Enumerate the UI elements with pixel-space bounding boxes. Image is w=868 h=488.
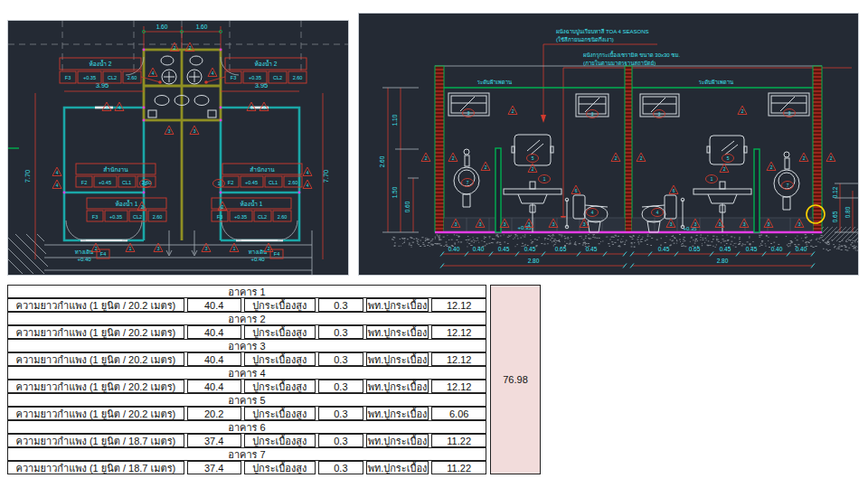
table-cell: 12.12	[431, 298, 486, 312]
table-cell: ปูกระเบื้องสูง	[244, 461, 316, 474]
callout-number: 4	[106, 106, 108, 110]
floor-plan-panel: 1.60 1.60 3.95 3.95 7.70 7.70 ห้องน้ำ 2 …	[7, 20, 349, 276]
table-cell: ความยาวกำแพง (1 ยูนิต / 18.7 เมตร)	[7, 461, 184, 474]
table-cell: พท.ปูกระเบื้อง	[366, 298, 429, 312]
table-cell: พท.ปูกระเบื้อง	[366, 407, 429, 420]
svg-text:สำนักงาน: สำนักงาน	[250, 166, 275, 173]
table-cell: ความยาวกำแพง (1 ยูนิต / 20.2 เมตร)	[7, 407, 184, 420]
table-cell: 0.3	[318, 380, 363, 393]
callout-number: 2	[452, 156, 455, 161]
table-row: ความยาวกำแพง (1 ยูนิต / 20.2 เมตร)40.4ปู…	[7, 325, 486, 337]
table-row: ความยาวกำแพง (1 ยูนิต / 20.2 เมตร)40.4ปู…	[7, 380, 486, 391]
callout-number: 2	[222, 205, 224, 210]
callout-number: 3	[205, 247, 208, 251]
svg-text:+0.35: +0.35	[83, 75, 96, 80]
callout-number: 3	[583, 222, 586, 227]
ramp-hatch	[8, 234, 48, 274]
room-label-bath1-left: ห้องน้ำ 1 F3 +0.35 CL2 2.60	[87, 198, 166, 221]
left-vertical-dims: 1.10 2.60 1.50 0.60	[379, 88, 419, 232]
callout-number: 4	[656, 211, 659, 215]
callout-number: 4	[212, 71, 214, 76]
svg-text:F2: F2	[228, 180, 233, 185]
svg-text:+0.35: +0.35	[249, 75, 261, 80]
callout-number: 3	[528, 222, 531, 227]
svg-text:2.60: 2.60	[153, 214, 163, 220]
svg-text:2.60: 2.60	[288, 180, 298, 185]
svg-text:0.45: 0.45	[498, 246, 510, 252]
callout-number: 3	[455, 222, 458, 227]
table-cell: พท.ปูกระเบื้อง	[366, 461, 429, 474]
callout-number: 3	[768, 222, 770, 227]
table-cell: 11.22	[431, 434, 486, 447]
svg-text:CL1: CL1	[122, 180, 131, 185]
partition-left	[495, 148, 501, 232]
svg-text:0.40: 0.40	[448, 246, 460, 252]
table-row: ความยาวกำแพง (1 ยูนิต / 20.2 เมตร)40.4ปู…	[7, 298, 486, 310]
elevation-drawing: ผนังฉาบปูนเรียบทาสี TOA 4 SEASONS (ใช้สี…	[359, 14, 858, 275]
ground-speckle	[392, 234, 858, 251]
dim-160-right: 1.60	[196, 23, 208, 30]
callout-number: 3	[193, 129, 196, 134]
callout-number: 3	[552, 222, 555, 227]
svg-text:0.45: 0.45	[658, 246, 670, 252]
svg-text:0.45: 0.45	[524, 246, 536, 252]
callout-number: 2	[741, 109, 744, 114]
callout-number: 3	[658, 112, 661, 117]
callout-number: 3	[591, 112, 594, 117]
svg-text:0.65: 0.65	[555, 246, 567, 252]
elevation-panel: ผนังฉาบปูนเรียบทาสี TOA 4 SEASONS (ใช้สี…	[358, 13, 859, 276]
dim-395-right: 3.95	[255, 81, 269, 89]
plan-walls	[63, 49, 301, 240]
callout-number: 5	[727, 156, 730, 161]
column-left	[435, 66, 444, 232]
callout-number: 2	[141, 205, 144, 210]
svg-text:+0.40: +0.40	[77, 257, 91, 262]
callout-number: 1	[145, 182, 147, 186]
svg-text:0.80: 0.80	[844, 206, 851, 218]
svg-text:0.45: 0.45	[720, 246, 731, 252]
svg-text:2.60: 2.60	[379, 155, 385, 167]
callout-number: 2	[425, 156, 428, 161]
walkway-labels: ทางเดิน +0.40 F4 ทางเดิน +0.40 F4	[75, 249, 283, 262]
svg-text:F3: F3	[217, 214, 222, 220]
table-cell: 12.12	[431, 380, 486, 393]
callout-number: 3	[168, 129, 171, 134]
room-label-office-right: สำนักงาน F2 +0.45 CL1 2.60	[222, 164, 302, 187]
callout-number: 1	[233, 247, 236, 251]
table-cell: 0.3	[318, 298, 363, 312]
callout-number: 3	[504, 222, 506, 227]
callout-number: 4	[250, 106, 253, 110]
callout-number: 4	[307, 183, 309, 188]
svg-text:+0.45: +0.45	[99, 180, 111, 185]
svg-text:ทางเดิน: ทางเดิน	[75, 249, 93, 255]
callout-number: 4	[263, 106, 266, 110]
dim-770-left: 7.70	[24, 170, 32, 183]
table-row: ความยาวกำแพง (1 ยูนิต / 18.7 เมตร)37.4ปู…	[7, 461, 486, 473]
total-area-cell: 76.98	[490, 285, 541, 474]
callout-number: 3	[467, 111, 470, 116]
svg-text:CL2: CL2	[258, 214, 267, 220]
table-cell: 0.3	[318, 352, 363, 366]
table-row: ความยาวกำแพง (1 ยูนิต / 20.2 เมตร)20.2ปู…	[7, 407, 486, 418]
urinal-left	[454, 149, 479, 207]
callout-number: 4	[591, 211, 594, 215]
svg-text:F3: F3	[65, 75, 71, 80]
table-cell: 0.3	[318, 461, 363, 474]
callout-number: 2	[532, 167, 534, 172]
floor-plan-drawing: 1.60 1.60 3.95 3.95 7.70 7.70 ห้องน้ำ 2 …	[8, 21, 348, 275]
table-cell: 0.3	[318, 325, 363, 339]
note2-line1: ผนังกรุกระเบื้องเซรามิค ขนาด 30x30 ซม.	[583, 50, 680, 59]
table-row: ความยาวกำแพง (1 ยูนิต / 18.7 เมตร)37.4ปู…	[7, 434, 486, 446]
table-cell: 12.12	[431, 325, 486, 339]
svg-text:F4: F4	[274, 251, 279, 257]
svg-text:2.60: 2.60	[278, 214, 288, 220]
callout-number: 6	[673, 189, 675, 193]
callout-number: 4	[307, 171, 309, 175]
callout-number: 3	[719, 222, 722, 227]
svg-text:2.60: 2.60	[293, 75, 303, 80]
svg-text:+0.35: +0.35	[234, 214, 247, 220]
column-center	[625, 66, 632, 232]
callout-number: 6	[575, 189, 578, 193]
callout-number: 4	[152, 71, 155, 76]
table-row: ความยาวกำแพง (1 ยูนิต / 20.2 เมตร)40.4ปู…	[7, 352, 486, 364]
